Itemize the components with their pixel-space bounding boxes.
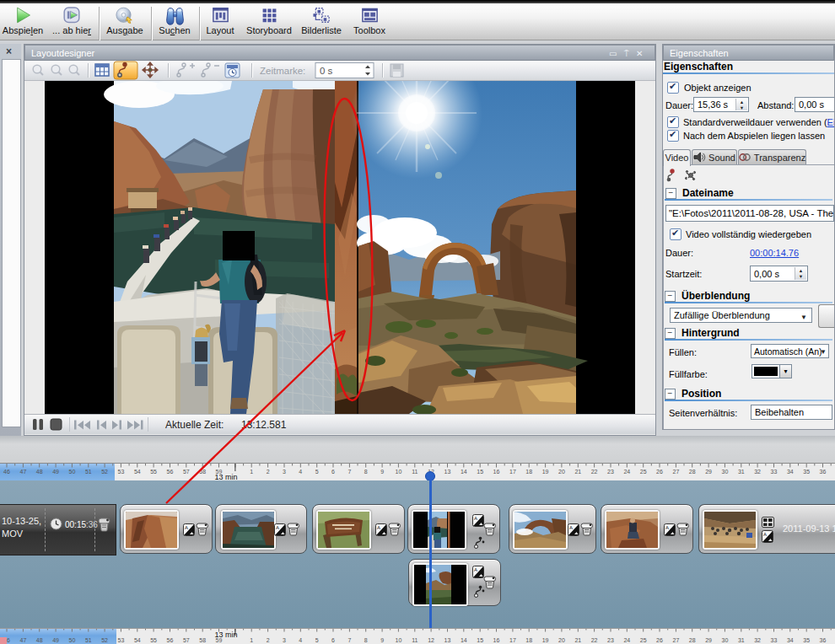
svg-text:31: 31 [738,637,745,643]
svg-text:11: 11 [412,637,418,643]
svg-text:A: A [474,516,477,521]
svg-text:3: 3 [283,637,286,643]
svg-text:19: 19 [542,469,549,475]
svg-text:13: 13 [444,637,451,643]
svg-text:50: 50 [69,469,76,475]
svg-text:48: 48 [36,637,43,643]
svg-text:29: 29 [705,637,712,643]
svg-text:17: 17 [509,637,516,643]
svg-text:54: 54 [134,469,141,475]
svg-text:15: 15 [477,469,483,475]
svg-text:Zeitmarke:: Zeitmarke: [260,66,305,76]
svg-text:A: A [665,525,669,530]
svg-text:A: A [569,525,573,530]
svg-text:48: 48 [36,469,43,475]
svg-text:14: 14 [461,469,467,475]
svg-text:47: 47 [20,469,27,475]
svg-text:A: A [185,525,188,530]
svg-text:25: 25 [640,637,647,643]
svg-text:A: A [763,532,767,537]
svg-text:53: 53 [118,637,125,643]
svg-text:1: 1 [250,637,253,643]
svg-text:34: 34 [787,469,794,475]
svg-text:20: 20 [558,469,565,475]
svg-text:4: 4 [299,637,302,643]
svg-text:A: A [377,525,380,530]
svg-text:56: 56 [167,469,174,475]
svg-text:1: 1 [250,469,253,475]
svg-text:24: 24 [623,637,630,643]
svg-text:46: 46 [3,469,10,475]
svg-text:33: 33 [771,469,778,475]
svg-text:Aktuelle Zeit:: Aktuelle Zeit: [165,419,224,431]
svg-text:53: 53 [118,469,125,475]
svg-text:3: 3 [283,469,286,475]
svg-text:2: 2 [267,469,270,475]
svg-text:29: 29 [705,469,712,475]
svg-text:10: 10 [396,637,402,643]
svg-text:18: 18 [525,469,532,475]
svg-text:47: 47 [20,637,27,643]
svg-text:35: 35 [803,469,810,475]
svg-text:26: 26 [656,469,663,475]
svg-text:A: A [276,525,279,530]
svg-text:56: 56 [167,637,174,643]
svg-text:28: 28 [689,469,696,475]
svg-text:25: 25 [640,469,647,475]
svg-text:32: 32 [754,637,761,643]
svg-text:0 s: 0 s [320,66,333,76]
svg-text:6: 6 [331,469,335,475]
svg-text:58: 58 [199,469,206,475]
svg-text:A: A [474,567,477,572]
svg-text:16: 16 [493,469,500,475]
svg-text:36: 36 [820,637,827,643]
svg-text:7: 7 [347,637,351,643]
svg-text:54: 54 [134,637,141,643]
svg-text:13: 13 [444,469,451,475]
svg-text:52: 52 [101,637,108,643]
svg-text:11: 11 [412,469,418,475]
svg-text:23: 23 [607,637,614,643]
svg-text:22: 22 [591,637,598,643]
svg-text:35: 35 [803,637,810,643]
svg-text:6: 6 [331,637,335,643]
svg-text:58: 58 [199,637,206,643]
svg-text:27: 27 [673,469,680,475]
svg-text:16: 16 [493,637,500,643]
svg-text:7: 7 [347,469,351,475]
svg-text:9: 9 [380,637,384,643]
svg-text:55: 55 [150,637,157,643]
svg-text:21: 21 [574,637,581,643]
svg-text:19: 19 [542,637,549,643]
svg-text:51: 51 [85,469,92,475]
svg-text:22: 22 [591,469,598,475]
svg-text:36: 36 [820,469,827,475]
svg-text:13 min: 13 min [214,631,237,639]
svg-text:57: 57 [183,637,190,643]
svg-text:2: 2 [267,637,270,643]
svg-text:9: 9 [380,469,384,475]
svg-text:23: 23 [607,469,614,475]
svg-text:17: 17 [509,469,516,475]
svg-text:49: 49 [52,469,59,475]
svg-text:27: 27 [673,637,680,643]
svg-text:21: 21 [574,469,581,475]
svg-text:24: 24 [623,469,630,475]
svg-text:13:12.581: 13:12.581 [241,419,287,431]
svg-text:8: 8 [364,469,368,475]
svg-text:30: 30 [722,637,729,643]
svg-text:32: 32 [754,469,761,475]
svg-text:14: 14 [461,637,467,643]
svg-text:26: 26 [656,637,663,643]
svg-text:10: 10 [396,469,402,475]
svg-text:8: 8 [364,637,368,643]
svg-text:18: 18 [525,637,532,643]
svg-text:15: 15 [477,637,483,643]
svg-text:49: 49 [52,637,59,643]
svg-text:57: 57 [183,469,190,475]
svg-text:4: 4 [299,469,302,475]
svg-text:5: 5 [315,637,319,643]
svg-text:5: 5 [315,469,319,475]
svg-text:55: 55 [150,469,157,475]
svg-text:51: 51 [85,637,92,643]
